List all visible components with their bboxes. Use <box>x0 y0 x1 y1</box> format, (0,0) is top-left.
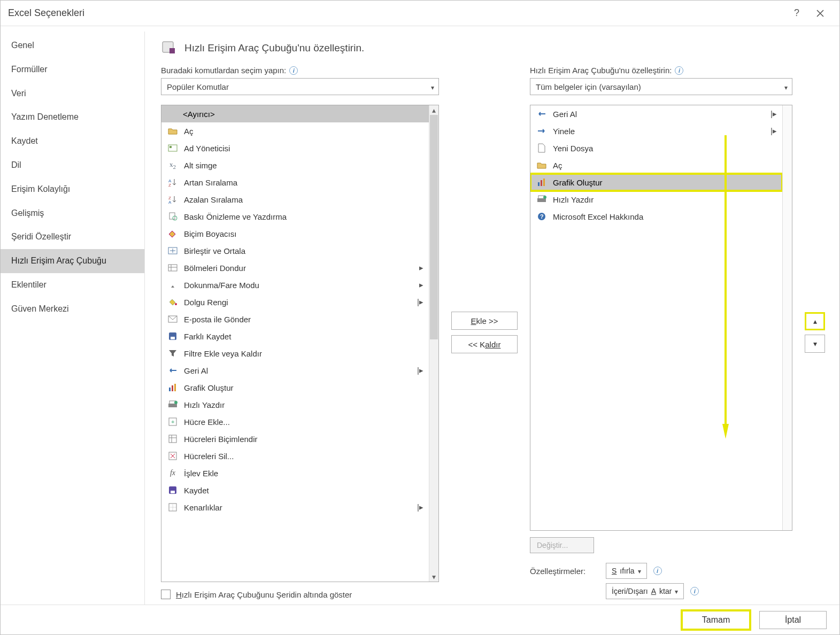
command-label: Hücreleri Biçimlendir <box>184 435 423 444</box>
undo-icon <box>536 109 548 119</box>
available-command-10[interactable]: Dokunma/Fare Modu▸ <box>161 276 429 293</box>
svg-rect-18 <box>174 384 176 391</box>
selected-command-6[interactable]: ?Microsoft Excel Hakkında <box>530 208 782 225</box>
svg-rect-3 <box>169 146 172 148</box>
sidebar-item-advanced[interactable]: Gelişmiş <box>1 202 144 226</box>
selected-commands-list[interactable]: Geri Al|▸Yinele|▸Yeni DosyaAçGrafik Oluş… <box>530 105 792 531</box>
sidebar-item-ease[interactable]: Erişim Kolaylığı <box>1 177 144 202</box>
target-column: Hızlı Erişim Araç Çubuğu'nu özelleştirin… <box>530 66 792 599</box>
info-icon[interactable]: i <box>675 66 683 75</box>
scroll-up-icon[interactable]: ▴ <box>429 105 439 115</box>
fx-icon: fx <box>167 468 179 478</box>
svg-rect-30 <box>541 180 542 186</box>
sort-asc-icon: AZ <box>167 177 179 188</box>
chevron-down-icon <box>638 567 641 575</box>
available-command-21[interactable]: fxİşlev Ekle <box>161 464 429 482</box>
selected-command-3[interactable]: Aç <box>530 157 782 174</box>
svg-point-12 <box>175 303 177 305</box>
title-bar: Excel Seçenekleri ? <box>1 1 839 26</box>
show-below-ribbon-checkbox[interactable] <box>161 590 171 599</box>
add-button[interactable]: Ekle >> <box>451 312 518 330</box>
folder-icon <box>536 160 548 171</box>
available-command-7[interactable]: Biçim Boyacısı <box>161 225 429 242</box>
available-command-4[interactable]: AZArtan Sıralama <box>161 174 429 191</box>
arrow-down-icon: ▾ <box>813 339 817 348</box>
selected-command-0[interactable]: Geri Al|▸ <box>530 105 782 122</box>
info-icon[interactable]: i <box>653 567 662 575</box>
mail-icon <box>167 314 179 324</box>
available-command-11[interactable]: Dolgu Rengi|▸ <box>161 293 429 311</box>
sidebar-item-formulas[interactable]: Formüller <box>1 58 144 82</box>
scrollbar[interactable] <box>782 105 792 530</box>
svg-text:A: A <box>168 200 172 204</box>
command-label: Yinele <box>553 127 765 136</box>
info-icon[interactable]: i <box>289 66 298 75</box>
help-button[interactable]: ? <box>785 5 808 22</box>
ok-button[interactable]: Tamam <box>682 611 750 629</box>
combo-value: Tüm belgeler için (varsayılan) <box>536 82 641 91</box>
available-command-2[interactable]: Ad Yöneticisi <box>161 140 429 157</box>
available-command-13[interactable]: Farklı Kaydet <box>161 328 429 345</box>
import-export-dropdown[interactable]: İçeri/Dışarı Aktar <box>606 583 684 599</box>
available-command-15[interactable]: Geri Al|▸ <box>161 362 429 379</box>
saveas-icon <box>167 331 179 342</box>
command-label: Bölmeleri Dondur <box>184 264 414 273</box>
source-label: Buradaki komutlardan seçim yapın: <box>161 66 286 75</box>
show-below-ribbon-row[interactable]: Hızlı Erişim Araç Çubuğunu Şeridin altın… <box>161 590 439 599</box>
move-down-button[interactable]: ▾ <box>805 335 825 353</box>
scrollbar[interactable]: ▴ ▾ <box>429 105 438 582</box>
available-command-6[interactable]: Baskı Önizleme ve Yazdırma <box>161 208 429 225</box>
command-label: Geri Al <box>553 110 765 119</box>
sidebar-item-proofing[interactable]: Yazım Denetleme <box>1 105 144 129</box>
available-command-23[interactable]: Kenarlıklar|▸ <box>161 499 429 516</box>
svg-rect-16 <box>169 388 171 391</box>
selected-command-5[interactable]: Hızlı Yazdır <box>530 191 782 208</box>
selected-command-1[interactable]: Yinele|▸ <box>530 122 782 140</box>
available-command-16[interactable]: Grafik Oluştur <box>161 379 429 396</box>
scroll-down-icon[interactable]: ▾ <box>429 572 439 582</box>
available-command-14[interactable]: Filtre Ekle veya Kaldır <box>161 345 429 362</box>
sidebar-item-save[interactable]: Kaydet <box>1 129 144 153</box>
sidebar-item-general[interactable]: Genel <box>1 34 144 58</box>
info-icon[interactable]: i <box>690 587 699 595</box>
cancel-button[interactable]: İptal <box>759 611 827 629</box>
command-label: Dolgu Rengi <box>184 298 412 307</box>
available-command-20[interactable]: Hücreleri Sil... <box>161 447 429 464</box>
reset-dropdown[interactable]: Sıfırla <box>606 563 647 579</box>
command-label: Biçim Boyacısı <box>184 229 423 238</box>
available-command-17[interactable]: Hızlı Yazdır <box>161 396 429 413</box>
sidebar-item-ribbon[interactable]: Şeridi Özelleştir <box>1 225 144 249</box>
sidebar-item-data[interactable]: Veri <box>1 82 144 106</box>
available-command-8[interactable]: Birleştir ve Ortala <box>161 242 429 259</box>
scroll-thumb[interactable] <box>430 115 438 339</box>
available-command-19[interactable]: Hücreleri Biçimlendir <box>161 430 429 447</box>
remove-button[interactable]: << Kaldır <box>451 335 518 353</box>
available-command-5[interactable]: ZAAzalan Sıralama <box>161 191 429 208</box>
available-command-0[interactable]: <Ayırıcı> <box>161 105 429 122</box>
target-combo[interactable]: Tüm belgeler için (varsayılan) <box>530 78 792 95</box>
available-commands-list[interactable]: <Ayırıcı>AçAd Yöneticisix2Alt simgeAZArt… <box>161 105 439 582</box>
available-command-1[interactable]: Aç <box>161 122 429 140</box>
sidebar-item-language[interactable]: Dil <box>1 153 144 177</box>
available-command-12[interactable]: E-posta ile Gönder <box>161 311 429 328</box>
selected-command-4[interactable]: Grafik Oluştur <box>530 174 782 191</box>
available-command-3[interactable]: x2Alt simge <box>161 157 429 174</box>
available-command-22[interactable]: Kaydet <box>161 482 429 499</box>
command-label: Aç <box>553 161 777 170</box>
command-label: Microsoft Excel Hakkında <box>553 212 777 221</box>
insertcell-icon: + <box>167 416 179 427</box>
source-commands-combo[interactable]: Popüler Komutlar <box>161 78 439 95</box>
sidebar-item-addins[interactable]: Eklentiler <box>1 273 144 297</box>
close-button[interactable] <box>808 5 832 22</box>
selected-command-2[interactable]: Yeni Dosya <box>530 140 782 157</box>
sidebar-item-trust[interactable]: Güven Merkezi <box>1 297 144 321</box>
move-up-button[interactable]: ▴ <box>805 312 825 330</box>
print-preview-icon <box>167 211 179 222</box>
id-icon <box>167 143 179 153</box>
sidebar-item-qat[interactable]: Hızlı Erişim Araç Çubuğu <box>1 249 144 273</box>
target-label-row: Hızlı Erişim Araç Çubuğu'nu özelleştirin… <box>530 66 792 75</box>
svg-rect-24 <box>169 435 176 443</box>
command-label: Kenarlıklar <box>184 503 412 512</box>
available-command-18[interactable]: +Hücre Ekle... <box>161 413 429 430</box>
available-command-9[interactable]: Bölmeleri Dondur▸ <box>161 259 429 276</box>
